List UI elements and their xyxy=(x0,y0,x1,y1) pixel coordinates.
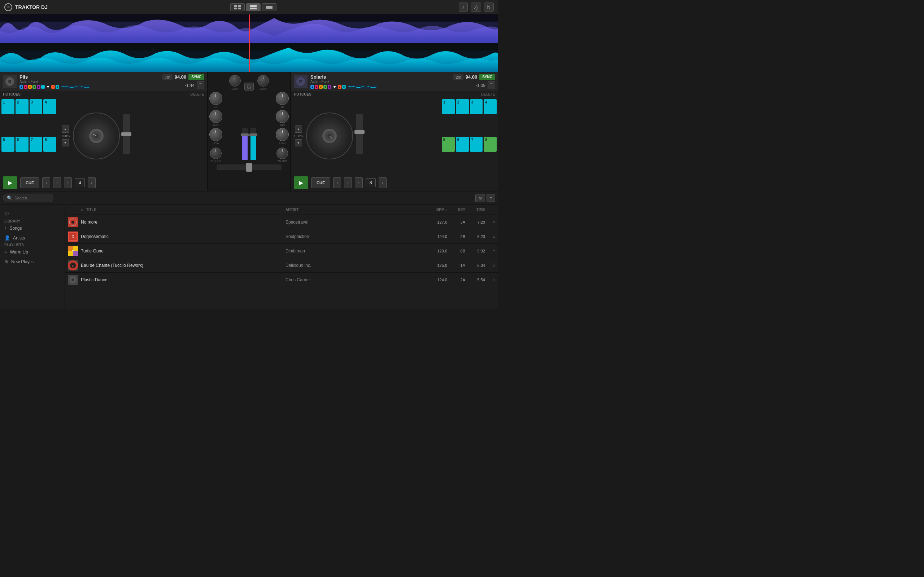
layout-split-btn[interactable] xyxy=(246,3,261,11)
left-pad-8[interactable]: 8 xyxy=(43,137,56,152)
right-pitch-slider-area[interactable] xyxy=(356,114,363,158)
library-wrapper: 🔍 ⊕ ≡ ⊙ LIBRARY ♪ Songs 👤 Artists PLAYLI… xyxy=(0,191,498,309)
mixer-mid-left-knob[interactable] xyxy=(209,110,222,123)
mixer-low-left-knob[interactable] xyxy=(209,128,222,141)
left-play-button[interactable]: ▶ xyxy=(3,176,17,189)
playhead xyxy=(249,15,250,72)
left-delete-label[interactable]: DELETE xyxy=(190,92,204,96)
left-sync-button[interactable]: SYNC xyxy=(188,74,204,80)
track-row-3[interactable]: E Eau de Chanté (Tuccilo Rework) Delicio… xyxy=(65,258,498,272)
layout-wave-btn[interactable] xyxy=(262,3,276,11)
mixer-low-right-knob[interactable] xyxy=(276,128,289,141)
mixer-filter-right-knob[interactable] xyxy=(276,148,288,159)
right-deck-time-label: 2m xyxy=(453,74,463,80)
left-pad-4[interactable]: 4 xyxy=(43,99,56,114)
right-pad-4[interactable]: 4 xyxy=(484,99,497,114)
track-bpm-3: 125.0 xyxy=(422,263,447,268)
left-pitch-slider[interactable] xyxy=(123,114,130,154)
left-pitch-up[interactable]: ▲ xyxy=(62,126,69,133)
right-nav-prev[interactable]: ‹ xyxy=(333,177,341,188)
track-artist-0: Spacetravel xyxy=(286,220,422,225)
right-turntable[interactable] xyxy=(306,113,353,160)
library-filter-btn[interactable]: ⊕ xyxy=(475,194,485,202)
mixer-hi-right-knob[interactable] xyxy=(276,92,289,105)
left-pad-6[interactable]: 6 xyxy=(16,137,29,152)
svg-rect-1 xyxy=(238,5,241,7)
left-headphone-btn[interactable]: ⌒ xyxy=(197,82,204,89)
right-pitch-down[interactable]: ▼ xyxy=(295,139,302,147)
mixer-gain-right-knob[interactable] xyxy=(257,75,269,87)
mixer-filter-left-knob[interactable] xyxy=(210,148,221,159)
mixer-hi-left-knob[interactable] xyxy=(209,92,222,105)
track-thumb-0 xyxy=(68,217,78,227)
track-action-3[interactable]: ☑ xyxy=(485,263,495,268)
search-input[interactable] xyxy=(15,196,50,200)
crossfader[interactable] xyxy=(216,164,281,170)
right-pitch-slider[interactable] xyxy=(356,114,363,154)
waveform-overview[interactable] xyxy=(0,15,498,72)
left-nav-next[interactable]: › xyxy=(53,177,61,188)
left-pitch-down[interactable]: ▼ xyxy=(62,139,69,147)
track-row-4[interactable]: Plastic Dance Chris Carrier 124.0 2A 5:5… xyxy=(65,272,498,287)
left-loop-fwd[interactable]: › xyxy=(88,177,96,188)
library-track-list: No more Spacetravel 127.0 3A 7:20 ≡ D Do… xyxy=(65,215,498,309)
track-action-1[interactable]: ≡ xyxy=(485,234,495,239)
mixer-headphone-left[interactable]: 🎧 xyxy=(244,82,254,90)
right-pad-1[interactable]: 1 xyxy=(442,99,455,114)
right-pad-7[interactable]: 7 xyxy=(470,137,483,152)
left-loop-back[interactable]: ‹ xyxy=(64,177,72,188)
left-pitch-controls: ▲ 0.00% ▼ xyxy=(61,126,70,147)
sidebar-artists-label: Artists xyxy=(13,235,25,240)
volume-icon-btn[interactable]: ♪) xyxy=(471,3,481,11)
track-row-2[interactable]: T Turtle Gone Dimbiman 120.0 8B 9:32 ≡ xyxy=(65,244,498,258)
left-pad-3[interactable]: 3 xyxy=(30,99,43,114)
right-pitch-up[interactable]: ▲ xyxy=(295,126,302,133)
right-cue-button[interactable]: CUE xyxy=(311,177,330,188)
n-icon-btn[interactable]: N xyxy=(484,3,494,11)
right-delete-label[interactable]: DELETE xyxy=(481,92,495,96)
sidebar-item-songs[interactable]: ♪ Songs xyxy=(0,223,65,233)
left-pad-2[interactable]: 2 xyxy=(16,99,29,114)
track-action-4[interactable]: ≡ xyxy=(485,278,495,282)
right-loop-fwd[interactable]: › xyxy=(379,177,386,188)
right-loop-back[interactable]: ‹ xyxy=(355,177,363,188)
right-pad-8[interactable]: 8 xyxy=(484,137,497,152)
right-play-button[interactable]: ▶ xyxy=(294,176,308,189)
layout-grid-btn[interactable] xyxy=(230,3,245,11)
mixer-gain-left-col: GAIN xyxy=(229,75,241,90)
col-bpm[interactable]: BPM ↓ xyxy=(422,208,447,212)
left-channel-fader[interactable] xyxy=(242,128,247,160)
track-action-0[interactable]: ≡ xyxy=(485,220,495,224)
right-pad-6[interactable]: 6 xyxy=(456,137,469,152)
left-cue-button[interactable]: CUE xyxy=(20,177,39,188)
right-headphone-btn[interactable]: ⌒ xyxy=(488,82,495,89)
mixer-gain-left-knob[interactable] xyxy=(229,75,241,87)
music-icon-btn[interactable]: ♪ xyxy=(459,3,468,11)
track-row-0[interactable]: No more Spacetravel 127.0 3A 7:20 ≡ xyxy=(65,215,498,229)
track-row-1[interactable]: D Dognosematic Soulphiction 124.0 2B 6:2… xyxy=(65,229,498,244)
left-pad-1[interactable]: 1 xyxy=(2,99,15,114)
right-pad-3[interactable]: 3 xyxy=(470,99,483,114)
left-deck-artist: Achim Funk xyxy=(19,80,160,84)
left-nav-prev[interactable]: ‹ xyxy=(42,177,50,188)
right-sync-button[interactable]: SYNC xyxy=(479,74,495,80)
sidebar-item-warmup[interactable]: ≡ Warm Up xyxy=(0,247,65,257)
track-thumb-3: E xyxy=(68,260,78,271)
left-pad-5[interactable]: 5 xyxy=(2,137,15,152)
mixer-mid-right-knob[interactable] xyxy=(276,110,289,123)
right-nav-next[interactable]: › xyxy=(344,177,352,188)
sidebar-item-new-playlist[interactable]: ⊕ New Playlist xyxy=(0,257,65,266)
library-view-btn[interactable]: ≡ xyxy=(486,194,495,202)
right-pad-5[interactable]: 5 xyxy=(442,137,455,152)
left-pad-7[interactable]: 7 xyxy=(30,137,43,152)
right-deck-controls: 2m 94.00 SYNC -1:09 ⌒ xyxy=(453,74,495,89)
cue-4: 4 xyxy=(32,85,36,89)
right-pad-2[interactable]: 2 xyxy=(456,99,469,114)
track-key-4: 2A xyxy=(447,278,465,282)
left-turntable[interactable] xyxy=(73,113,120,160)
top-bar: ⊙ TRAKTOR DJ ♪ ♪) N xyxy=(0,0,498,15)
left-pitch-slider-area[interactable] xyxy=(123,114,130,158)
track-key-1: 2B xyxy=(447,234,465,239)
right-channel-fader[interactable] xyxy=(250,128,256,160)
track-action-2[interactable]: ≡ xyxy=(485,249,495,253)
